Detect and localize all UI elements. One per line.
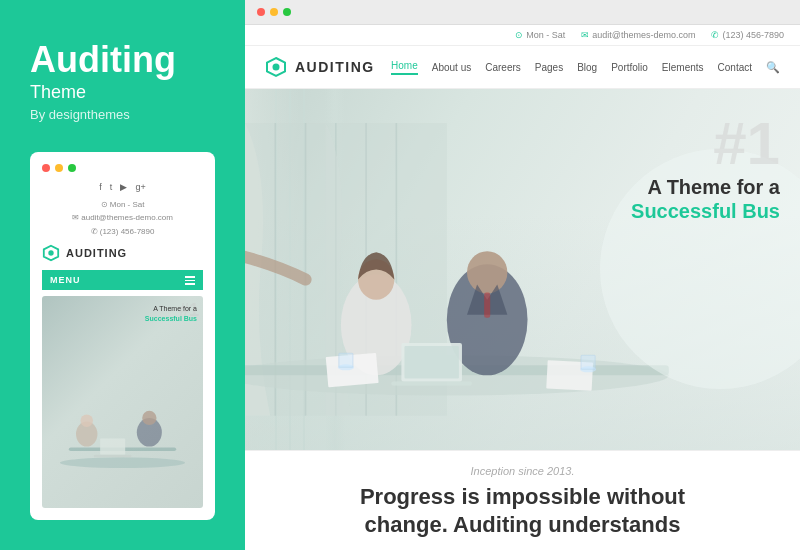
svg-point-2 <box>60 457 185 468</box>
svg-point-7 <box>142 411 156 425</box>
search-icon[interactable]: 🔍 <box>766 61 780 74</box>
mobile-hero-text: A Theme for a Successful Bus <box>145 304 197 324</box>
hero-headline: A Theme for a <box>631 174 780 200</box>
right-panel: ⊙ Mon - Sat ✉ audit@themes-demo.com ✆ (1… <box>245 0 800 550</box>
nav-link-about[interactable]: About us <box>432 62 471 73</box>
svg-point-1 <box>48 251 53 256</box>
nav-link-elements[interactable]: Elements <box>662 62 704 73</box>
site-logo-icon <box>265 56 287 78</box>
svg-rect-24 <box>484 293 490 318</box>
svg-rect-31 <box>339 353 353 367</box>
left-panel: Auditing Theme By designthemes f t ▶ g+ … <box>0 0 245 550</box>
site-logo: AUDITING <box>265 56 375 78</box>
mobile-phone: ✆ (123) 456-7890 <box>42 225 203 239</box>
mobile-email: ✉ audit@themes-demo.com <box>42 211 203 225</box>
progress-line2: change. Auditing understands <box>365 512 681 537</box>
inception-text: Inception since 2013. <box>265 465 780 477</box>
mobile-hero-heading: A Theme for a <box>153 305 197 312</box>
mobile-people-svg <box>42 360 203 508</box>
phone-icon: ✆ <box>711 30 719 40</box>
topbar-email: ✉ audit@themes-demo.com <box>581 30 695 40</box>
theme-subtitle: Theme <box>30 82 215 103</box>
googleplus-icon: g+ <box>135 182 145 192</box>
svg-point-5 <box>80 414 93 427</box>
youtube-icon: ▶ <box>120 182 127 192</box>
hero-number: #1 <box>631 114 780 174</box>
site-topbar: ⊙ Mon - Sat ✉ audit@themes-demo.com ✆ (1… <box>245 25 800 46</box>
mobile-preview-card: f t ▶ g+ ⊙ Mon - Sat ✉ audit@themes-demo… <box>30 152 215 520</box>
mobile-hero-image: #1 A Theme for a Successful Bus <box>42 296 203 508</box>
twitter-icon: t <box>110 182 113 192</box>
browser-dot-green <box>283 8 291 16</box>
hero-text-overlay: #1 A Theme for a Successful Bus <box>631 114 780 223</box>
svg-rect-33 <box>581 355 595 369</box>
site-hero: #1 A Theme for a Successful Bus <box>245 89 800 450</box>
browser-dot-red <box>257 8 265 16</box>
browser-dot-yellow <box>270 8 278 16</box>
theme-title: Auditing <box>30 40 215 80</box>
mobile-menu-bar[interactable]: MENU <box>42 270 203 290</box>
dot-red <box>42 164 50 172</box>
nav-link-pages[interactable]: Pages <box>535 62 563 73</box>
facebook-icon: f <box>99 182 102 192</box>
dot-green <box>68 164 76 172</box>
progress-text: Progress is impossible without change. A… <box>265 483 780 540</box>
nav-link-home[interactable]: Home <box>391 60 418 75</box>
mobile-logo-row: AUDITING <box>42 244 203 262</box>
progress-line1: Progress is impossible without <box>360 484 685 509</box>
topbar-hours: ⊙ Mon - Sat <box>515 30 565 40</box>
site-below-hero: Inception since 2013. Progress is imposs… <box>245 450 800 550</box>
mobile-window-dots <box>42 164 203 172</box>
mobile-logo-text: AUDITING <box>66 247 127 259</box>
browser-window-dots <box>257 8 291 16</box>
nav-link-portfolio[interactable]: Portfolio <box>611 62 648 73</box>
svg-point-11 <box>273 64 280 71</box>
hamburger-icon <box>185 276 195 285</box>
site-logo-text: AUDITING <box>295 59 375 75</box>
theme-by: By designthemes <box>30 107 215 122</box>
menu-label: MENU <box>50 275 81 285</box>
mobile-social-bar: f t ▶ g+ <box>42 182 203 192</box>
svg-rect-27 <box>391 381 472 385</box>
nav-link-careers[interactable]: Careers <box>485 62 521 73</box>
topbar-phone: ✆ (123) 456-7890 <box>711 30 784 40</box>
mobile-hours: ⊙ Mon - Sat <box>42 198 203 212</box>
nav-link-contact[interactable]: Contact <box>718 62 752 73</box>
svg-rect-26 <box>404 346 458 378</box>
email-icon: ✉ <box>581 30 589 40</box>
browser-chrome <box>245 0 800 25</box>
clock-icon: ⊙ <box>515 30 523 40</box>
site-nav: AUDITING Home About us Careers Pages Blo… <box>245 46 800 89</box>
hero-headline-accent: Successful Bus <box>631 200 780 223</box>
svg-point-23 <box>467 251 507 293</box>
svg-rect-8 <box>100 438 125 454</box>
mobile-hero-accent: Successful Bus <box>145 315 197 322</box>
mobile-contact-info: ⊙ Mon - Sat ✉ audit@themes-demo.com ✆ (1… <box>42 198 203 239</box>
dot-yellow <box>55 164 63 172</box>
mobile-logo-icon <box>42 244 60 262</box>
website-preview: ⊙ Mon - Sat ✉ audit@themes-demo.com ✆ (1… <box>245 25 800 550</box>
site-nav-links: Home About us Careers Pages Blog Portfol… <box>391 60 780 75</box>
svg-rect-9 <box>94 455 132 458</box>
nav-link-blog[interactable]: Blog <box>577 62 597 73</box>
